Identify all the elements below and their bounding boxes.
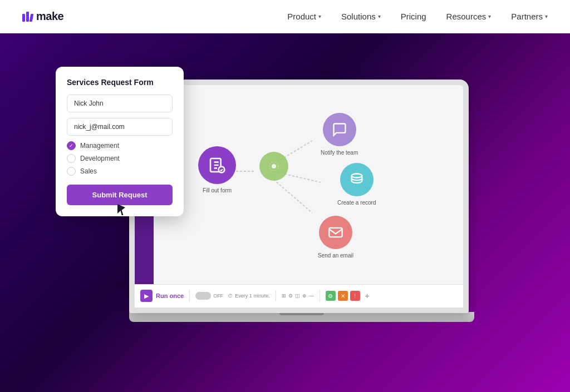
scheduling-controls: OFF ⏱ Every 1 minute. (195, 292, 270, 300)
services-request-form: Services Request Form ✓ Management Devel… (56, 67, 184, 216)
record-circle (340, 163, 374, 196)
email-circle (319, 216, 352, 249)
logo[interactable]: make (22, 10, 63, 23)
chevron-down-icon: ▾ (318, 13, 321, 19)
logo-bar-3 (30, 14, 33, 22)
svg-rect-9 (329, 227, 342, 236)
notify-circle (323, 113, 356, 146)
chevron-down-icon: ▾ (488, 13, 491, 19)
email-input[interactable] (67, 118, 173, 136)
svg-point-8 (351, 173, 362, 177)
chevron-down-icon: ▾ (545, 13, 548, 19)
submit-button[interactable]: Submit Request (67, 185, 173, 205)
laptop-base (129, 312, 474, 322)
node-send-email[interactable]: Send an email (318, 216, 353, 259)
connector-circle (259, 152, 288, 181)
svg-line-3 (271, 177, 312, 213)
logo-bar-1 (22, 14, 25, 22)
database-icon (349, 172, 365, 187)
mail-icon (328, 225, 343, 240)
cursor-arrow (117, 204, 125, 215)
nav-pricing[interactable]: Pricing (401, 12, 426, 21)
toolbar-divider (189, 290, 190, 301)
fill-form-circle (198, 146, 236, 184)
node-fill-form[interactable]: Fill out form (198, 146, 236, 193)
checkbox-development[interactable]: Development (67, 154, 173, 163)
header: make Product ▾ Solutions ▾ Pricing Resou… (0, 0, 570, 33)
toggle-off[interactable] (195, 292, 211, 300)
edit-icon (208, 156, 226, 174)
node-connector[interactable] (259, 152, 288, 181)
nav-product[interactable]: Product ▾ (287, 12, 321, 21)
tool-icon-orange[interactable]: ✕ (338, 291, 348, 301)
play-icon: ▶ (140, 290, 153, 302)
nav-solutions[interactable]: Solutions ▾ (341, 12, 381, 21)
tool-icon-red[interactable]: ! (350, 291, 360, 301)
chat-icon (332, 122, 347, 137)
workflow-area: Fill out form (154, 85, 463, 285)
tool-icon-green[interactable]: ⚙ (326, 291, 336, 301)
checkbox-unchecked-icon (67, 167, 76, 176)
checkbox-checked-icon: ✓ (67, 141, 76, 150)
tools-group: ⚙ ✕ ! + (326, 291, 372, 301)
name-input[interactable] (67, 95, 173, 112)
nav-resources[interactable]: Resources ▾ (446, 12, 492, 21)
toolbar-divider-3 (320, 290, 320, 301)
checkbox-unchecked-icon (67, 154, 76, 163)
toolbar-divider-2 (276, 290, 276, 301)
hero-section: Services Request Form ✓ Management Devel… (0, 33, 570, 392)
logo-icon (22, 12, 33, 22)
add-tool-button[interactable]: + (362, 291, 372, 301)
controls-group: ⊞ ⚙ ◫ ⊕ — (282, 293, 314, 299)
checkbox-management[interactable]: ✓ Management (67, 141, 173, 150)
logo-text: make (36, 10, 63, 23)
checkboxes-group: ✓ Management Development Sales (67, 141, 173, 176)
main-nav: Product ▾ Solutions ▾ Pricing Resources … (287, 12, 548, 21)
chevron-down-icon: ▾ (378, 13, 381, 19)
screen-content: ▣ 💾 ⚙ ⋮ 🔔 ✏ ⬤ (135, 85, 463, 307)
form-title: Services Request Form (67, 78, 173, 87)
screen-toolbar: ▶ Run once OFF ⏱ Every 1 minute. ⊞ ⚙ (135, 284, 463, 307)
logo-bar-2 (26, 12, 29, 22)
node-create-record[interactable]: Create a record (337, 163, 376, 206)
svg-point-6 (272, 164, 276, 168)
run-once-button[interactable]: ▶ Run once (140, 290, 184, 302)
checkbox-sales[interactable]: Sales (67, 167, 173, 176)
node-notify-team[interactable]: Notify the team (321, 113, 358, 156)
hub-icon (267, 160, 281, 173)
nav-partners[interactable]: Partners ▾ (511, 12, 548, 21)
